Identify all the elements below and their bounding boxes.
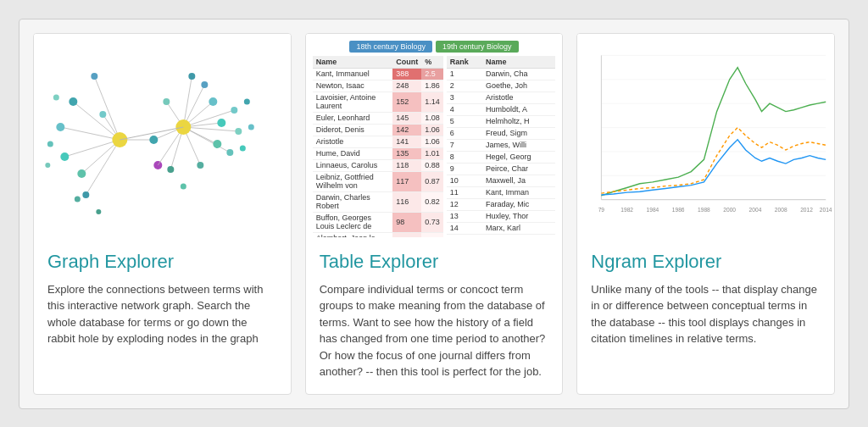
table-row-name: Lavoisier, Antoine Laurent	[313, 92, 393, 112]
table-row-count: 142	[392, 124, 421, 136]
graph-explorer-title: Graph Explorer	[47, 251, 277, 273]
svg-point-15	[53, 94, 59, 100]
table-row-count: 118	[392, 159, 421, 171]
svg-text:1988: 1988	[698, 206, 710, 212]
svg-text:2012: 2012	[800, 206, 813, 212]
svg-point-19	[45, 163, 50, 168]
table-row-rank: 10	[447, 175, 482, 186]
table-row-pct: 0.73	[421, 212, 443, 232]
svg-text:79: 79	[598, 206, 605, 212]
table-row-name: Alembert, Jean le Rond d'	[313, 232, 393, 237]
tab-19th-century[interactable]: 19th century Biology	[436, 41, 519, 53]
svg-line-26	[183, 76, 192, 127]
svg-point-18	[96, 209, 101, 214]
svg-point-12	[91, 73, 97, 80]
table-explorer-description: Compare individual terms or concoct term…	[320, 281, 549, 380]
svg-point-42	[167, 166, 174, 173]
svg-line-28	[183, 127, 238, 131]
ngram-image: 79 1982 1984 1986 1988 2000 2004 2008 20…	[577, 34, 834, 237]
table-row-pct: 2.5	[421, 68, 443, 80]
graph-image	[34, 34, 291, 237]
ngram-explorer-description: Unlike many of the tools -- that display…	[591, 281, 821, 347]
svg-point-52	[149, 136, 158, 144]
table-row-pct: 1.14	[421, 92, 443, 112]
svg-line-1	[60, 127, 120, 140]
svg-point-47	[181, 183, 186, 189]
svg-point-14	[99, 111, 106, 118]
table-row-name: Darwin, Charles Robert	[313, 191, 393, 212]
table-row-count: 135	[392, 147, 421, 159]
svg-text:2004: 2004	[749, 206, 762, 212]
table-row-rname: Faraday, Mic	[482, 198, 555, 210]
table-row-rname: Peirce, Char	[482, 163, 555, 175]
svg-point-36	[201, 81, 208, 88]
table-row-rname: Huxley, Thor	[482, 210, 555, 222]
table-row-pct: 0.82	[421, 191, 443, 212]
left-table: Name Count % Kant, Immanuel3882.5Newton,…	[313, 56, 443, 237]
table-row-rname: Freud, Sigm	[482, 127, 555, 139]
table-row-pct: 1.06	[421, 124, 443, 136]
svg-point-43	[163, 98, 170, 105]
table-row-name: Euler, Leonhard	[313, 112, 393, 124]
table-explorer-card: 18th century Biology 19th century Biolog…	[305, 33, 564, 395]
right-column: Rank Name 1Darwin, Cha2Goethe, Joh3Arist…	[447, 56, 555, 237]
svg-text:2000: 2000	[724, 206, 737, 212]
table-row-pct: 0.88	[421, 159, 443, 171]
svg-point-8	[69, 97, 77, 106]
table-row-rank: 11	[447, 186, 482, 198]
svg-point-13	[82, 191, 89, 198]
table-row-pct: 0.68	[421, 232, 443, 237]
table-row-rank: 13	[447, 210, 482, 222]
left-column: Name Count % Kant, Immanuel3882.5Newton,…	[313, 56, 443, 237]
svg-point-45	[248, 124, 254, 130]
svg-line-6	[86, 140, 120, 195]
table-row-pct: 1.86	[421, 80, 443, 92]
table-row-name: Diderot, Denis	[313, 124, 393, 136]
table-row-name: Newton, Isaac	[313, 80, 393, 92]
table-row-rname: Maxwell, Ja	[482, 175, 555, 186]
svg-line-4	[94, 76, 120, 140]
table-row-pct: 1.01	[421, 147, 443, 159]
table-row-rname: Humboldt, A	[482, 103, 555, 115]
table-row-rank: 6	[447, 127, 482, 139]
svg-point-40	[226, 149, 233, 156]
table-row-count: 152	[392, 92, 421, 112]
table-row-name: Buffon, Georges Louis Leclerc de	[313, 212, 393, 232]
svg-line-29	[183, 127, 230, 152]
table-row-rank: 12	[447, 198, 482, 210]
svg-text:2014: 2014	[820, 206, 832, 212]
svg-point-46	[240, 145, 246, 151]
svg-text:2008: 2008	[775, 206, 787, 212]
table-row-rname: Goethe, Joh	[482, 80, 555, 92]
col-rname: Name	[482, 56, 555, 69]
graph-explorer-body: Graph Explorer Explore the connections b…	[34, 237, 291, 361]
table-row-pct: 0.87	[421, 171, 443, 191]
table-row-count: 116	[392, 191, 421, 212]
svg-point-44	[244, 98, 250, 104]
col-rank: Rank	[447, 56, 482, 69]
table-row-count: 388	[392, 68, 421, 80]
right-table: Rank Name 1Darwin, Cha2Goethe, Joh3Arist…	[447, 56, 555, 235]
svg-point-11	[77, 169, 86, 178]
table-row-count: 145	[392, 112, 421, 124]
table-row-rank: 2	[447, 80, 482, 92]
svg-point-17	[75, 196, 81, 202]
table-row-name: Hume, David	[313, 147, 393, 159]
table-row-pct: 1.06	[421, 136, 443, 147]
table-row-rank: 7	[447, 139, 482, 151]
svg-point-10	[60, 152, 69, 161]
table-explorer-body: Table Explorer Compare individual terms …	[306, 237, 563, 394]
svg-point-37	[188, 73, 195, 80]
table-row-rank: 1	[447, 68, 482, 80]
svg-point-16	[47, 141, 53, 147]
svg-point-34	[217, 119, 225, 127]
tab-18th-century[interactable]: 18th century Biology	[349, 41, 432, 53]
col-pct: %	[421, 56, 443, 69]
svg-line-0	[73, 102, 120, 140]
graph-explorer-card: Graph Explorer Explore the connections b…	[33, 33, 292, 395]
svg-point-35	[213, 140, 221, 148]
col-name: Name	[313, 56, 393, 69]
ngram-explorer-title: Ngram Explorer	[591, 251, 821, 273]
table-row-rank: 4	[447, 103, 482, 115]
graph-explorer-description: Explore the connections between terms wi…	[47, 281, 277, 347]
